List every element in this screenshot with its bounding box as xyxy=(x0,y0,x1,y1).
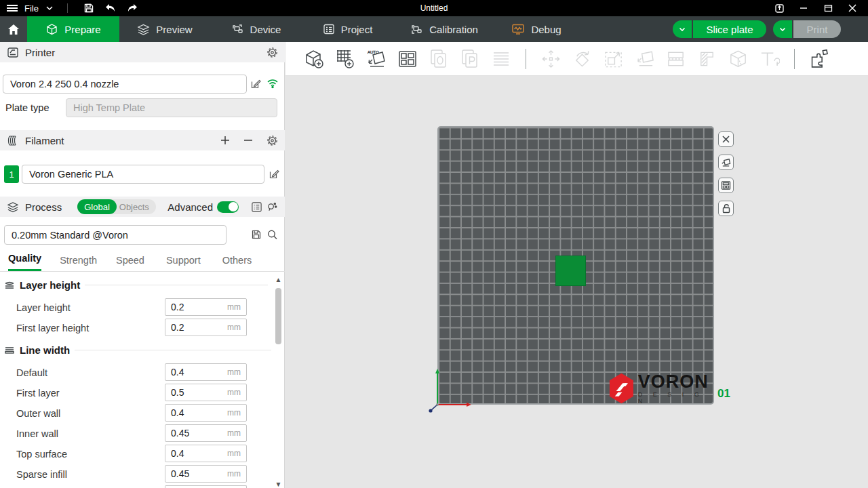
next-setting-input-clipped[interactable] xyxy=(165,485,247,488)
scroll-up-arrow[interactable]: ▲ xyxy=(275,276,282,283)
filament-settings-gear-icon[interactable] xyxy=(267,135,278,146)
sparse-infill-line-width-input[interactable]: 0.45 mm xyxy=(165,465,247,483)
menu-icon[interactable] xyxy=(7,5,18,12)
tab-label: Debug xyxy=(531,24,561,35)
first-layer-height-input[interactable]: 0.2 mm xyxy=(165,319,247,336)
inner-wall-line-width-input[interactable]: 0.45 mm xyxy=(165,424,247,442)
printer-connection-wifi-icon[interactable] xyxy=(267,78,279,89)
printer-preset-select[interactable]: Voron 2.4 250 0.4 nozzle xyxy=(3,75,247,94)
undo-icon[interactable] xyxy=(103,2,118,14)
tab-calibration[interactable]: Calibration xyxy=(393,16,495,42)
file-menu[interactable]: File xyxy=(24,3,39,14)
tab-label: Device xyxy=(250,24,281,35)
arrange-plate-button[interactable] xyxy=(718,178,734,193)
tab-debug[interactable]: Debug xyxy=(495,16,578,42)
upload-icon[interactable] xyxy=(772,2,787,14)
arrange-icon xyxy=(721,180,731,190)
divider xyxy=(67,3,68,13)
line-width-group-header[interactable]: Line width xyxy=(4,344,271,356)
group-title: Line width xyxy=(20,344,70,356)
support-paint-icon xyxy=(696,47,717,70)
add-plate-icon[interactable] xyxy=(334,47,355,70)
process-preset-select[interactable]: 0.20mm Standard @Voron xyxy=(4,225,226,245)
maximize-icon[interactable] xyxy=(821,2,835,14)
close-icon[interactable] xyxy=(845,2,860,14)
parameter-list-icon[interactable] xyxy=(251,201,262,213)
redo-icon[interactable] xyxy=(125,2,140,14)
tab-quality[interactable]: Quality xyxy=(8,253,41,271)
minimize-icon[interactable] xyxy=(796,2,811,14)
tab-support[interactable]: Support xyxy=(166,255,201,271)
scrollbar-thumb[interactable] xyxy=(275,288,281,344)
plate-type-label: Plate type xyxy=(5,102,50,113)
tab-label: Prepare xyxy=(64,24,100,35)
setting-unit: mm xyxy=(227,302,241,312)
first-layer-line-width-input[interactable]: 0.5 mm xyxy=(165,384,247,401)
print-split-button: Print xyxy=(773,20,841,38)
print-dropdown-button[interactable] xyxy=(773,20,792,38)
tab-prepare[interactable]: Prepare xyxy=(27,16,119,42)
calibration-icon xyxy=(410,23,423,35)
advanced-toggle[interactable] xyxy=(217,201,239,213)
add-object-icon[interactable] xyxy=(303,47,324,70)
chevron-down-icon xyxy=(679,27,686,32)
close-icon xyxy=(722,135,730,144)
search-preset-icon[interactable] xyxy=(267,229,278,241)
plate-number-badge[interactable]: 01 xyxy=(717,387,730,401)
slice-dropdown-button[interactable] xyxy=(673,20,692,38)
add-filament-icon[interactable] xyxy=(220,136,230,145)
filament-preset-select[interactable]: Voron Generic PLA xyxy=(22,165,264,184)
logo-title: VORON xyxy=(638,372,716,391)
scope-objects-option[interactable]: Objects xyxy=(117,199,156,214)
tab-project[interactable]: Project xyxy=(302,16,393,42)
auto-orient-icon[interactable]: AUTO xyxy=(366,47,387,70)
tab-preview[interactable]: Preview xyxy=(119,16,210,42)
layer-height-input[interactable]: 0.2 mm xyxy=(165,298,247,316)
tab-label: Preview xyxy=(156,24,192,35)
project-list-icon xyxy=(323,23,335,35)
edit-printer-icon[interactable] xyxy=(250,79,261,89)
filament-section-header: Filament xyxy=(0,130,285,150)
assembly-view-icon[interactable] xyxy=(809,47,830,70)
edit-filament-icon[interactable] xyxy=(269,169,279,180)
outer-wall-line-width-input[interactable]: 0.4 mm xyxy=(165,404,247,422)
setting-label: Layer height xyxy=(16,302,71,313)
slice-plate-button[interactable]: Slice plate xyxy=(693,20,766,38)
scroll-down-arrow[interactable]: ▼ xyxy=(275,481,282,488)
setting-label: First layer xyxy=(16,388,60,399)
layer-height-icon xyxy=(4,281,15,290)
printer-settings-gear-icon[interactable] xyxy=(267,47,278,58)
setting-label: Sparse infill xyxy=(16,469,67,480)
setting-unit: mm xyxy=(227,367,241,377)
search-settings-icon[interactable] xyxy=(267,201,278,213)
setting-value: 0.45 xyxy=(171,428,189,439)
home-button[interactable] xyxy=(0,16,27,42)
save-icon[interactable] xyxy=(81,2,96,14)
arrange-objects-icon[interactable] xyxy=(397,47,418,70)
scope-global-option[interactable]: Global xyxy=(77,199,117,214)
model-cube[interactable] xyxy=(556,256,585,285)
tab-speed[interactable]: Speed xyxy=(116,255,144,271)
process-section-header: Process Global Objects Advanced xyxy=(0,197,285,217)
setting-unit: mm xyxy=(227,469,241,479)
delete-plate-button[interactable] xyxy=(718,131,734,147)
lock-plate-button[interactable] xyxy=(718,201,734,216)
process-scope-toggle[interactable]: Global Objects xyxy=(77,199,156,214)
tab-others[interactable]: Others xyxy=(222,255,252,271)
printer-preset-value: Voron 2.4 250 0.4 nozzle xyxy=(10,79,119,89)
process-preset-value: 0.20mm Standard @Voron xyxy=(12,230,128,241)
top-surface-line-width-input[interactable]: 0.4 mm xyxy=(165,445,247,462)
plate-type-select[interactable]: High Temp Plate xyxy=(66,98,277,117)
orient-plate-button[interactable] xyxy=(718,155,734,170)
layer-height-group-header[interactable]: Layer height xyxy=(4,279,268,291)
chevron-down-icon[interactable] xyxy=(45,5,54,11)
print-button[interactable]: Print xyxy=(793,20,841,38)
tab-strength[interactable]: Strength xyxy=(60,255,97,271)
default-line-width-input[interactable]: 0.4 mm xyxy=(165,363,247,381)
rotate-icon xyxy=(572,47,593,70)
tab-device[interactable]: Device xyxy=(210,16,302,42)
filament-slot-badge[interactable]: 1 xyxy=(4,165,19,183)
save-preset-icon[interactable] xyxy=(251,229,262,240)
remove-filament-icon[interactable] xyxy=(243,136,253,145)
settings-scrollbar[interactable]: ▲ ▼ xyxy=(273,276,283,488)
